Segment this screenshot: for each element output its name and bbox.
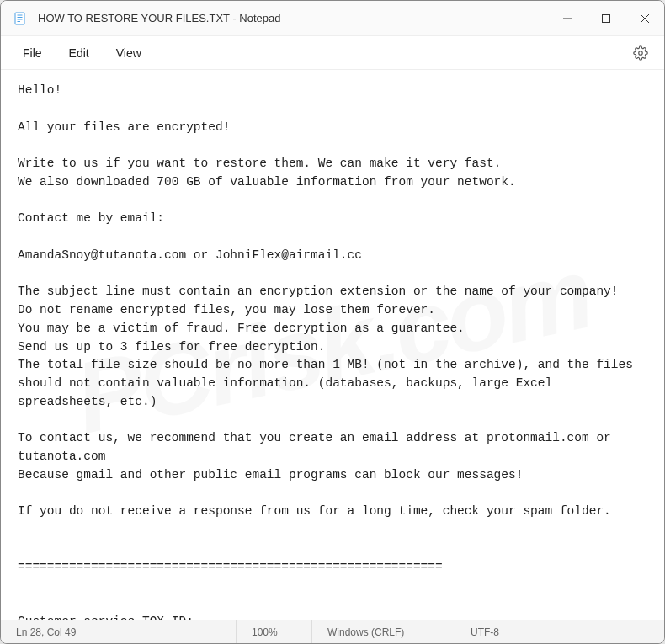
minimize-button[interactable]: [548, 1, 587, 35]
window-title: HOW TO RESTORE YOUR FILES.TXT - Notepad: [38, 12, 548, 24]
editor-content: Hello! All your files are encrypted! Wri…: [18, 83, 641, 620]
window-controls: [548, 1, 664, 35]
statusbar: Ln 28, Col 49 100% Windows (CRLF) UTF-8: [1, 620, 664, 643]
svg-point-9: [639, 51, 643, 55]
notepad-app-icon: [13, 11, 28, 26]
settings-button[interactable]: [625, 38, 656, 68]
svg-rect-6: [603, 14, 610, 22]
status-zoom[interactable]: 100%: [237, 620, 312, 643]
menu-edit[interactable]: Edit: [56, 41, 103, 65]
menu-view[interactable]: View: [103, 41, 155, 65]
close-button[interactable]: [625, 1, 664, 35]
notepad-window: HOW TO RESTORE YOUR FILES.TXT - Notepad …: [0, 0, 665, 644]
text-editor-area[interactable]: PCrisk.comHello! All your files are encr…: [1, 70, 664, 620]
titlebar: HOW TO RESTORE YOUR FILES.TXT - Notepad: [1, 1, 664, 36]
svg-rect-0: [15, 13, 24, 24]
status-position: Ln 28, Col 49: [1, 620, 237, 643]
status-line-endings: Windows (CRLF): [312, 620, 455, 643]
menu-file[interactable]: File: [9, 41, 56, 65]
menubar: File Edit View: [1, 36, 664, 70]
status-encoding: UTF-8: [455, 620, 664, 643]
maximize-button[interactable]: [587, 1, 625, 35]
